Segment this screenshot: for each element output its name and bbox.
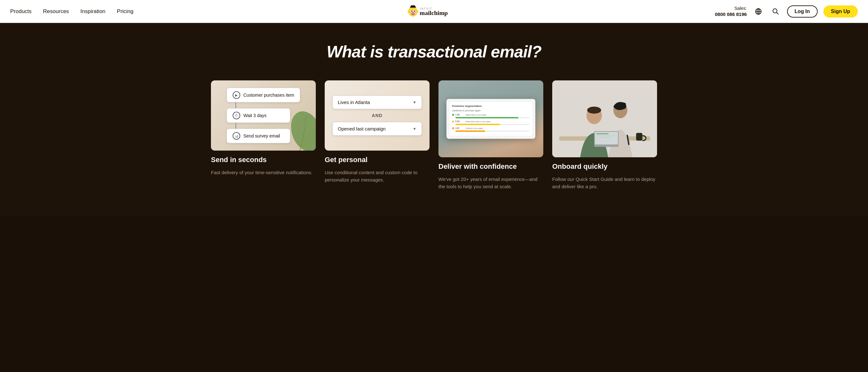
bar-fill-3 — [455, 131, 485, 132]
dropdown-1-label: Lives in Atlanta — [338, 99, 370, 105]
laptop-chart-header: Predictive Segmentation — [452, 105, 530, 108]
search-icon[interactable] — [770, 6, 781, 17]
svg-point-17 — [773, 9, 777, 13]
chart-row-3-label: 11K — [455, 127, 464, 129]
chart-row-1-label: 1.6K — [455, 114, 464, 116]
svg-rect-29 — [596, 137, 612, 138]
svg-point-7 — [414, 10, 415, 11]
nav-item-resources[interactable]: Resources — [43, 8, 69, 15]
clock-icon: ⏱ — [232, 112, 240, 119]
page-title: What is transactional email? — [15, 42, 853, 61]
bar-fill-2 — [455, 124, 500, 125]
card-title-1: Send in seconds — [211, 156, 316, 164]
card-desc-3: We've got 20+ years of email experience—… — [438, 176, 543, 190]
svg-point-19 — [285, 107, 316, 150]
laptop-screen: Predictive Segmentation Likelihood to pu… — [450, 102, 532, 136]
bar-bg-1 — [455, 117, 530, 118]
flow-step-1-label: Customer purchases item — [243, 92, 294, 97]
chart-row-3-desc: Unlikely to buy again — [466, 127, 530, 129]
svg-rect-31 — [636, 133, 642, 140]
nav-logo[interactable]: INTUIT mailchimp — [406, 4, 462, 19]
chart-row-2: 5.5K Moderately likely to buy again — [452, 120, 530, 123]
login-button[interactable]: Log In — [787, 5, 818, 18]
dot-yellow-icon — [452, 121, 454, 122]
card-desc-1: Fast delivery of your time-sensitive not… — [211, 169, 316, 176]
svg-line-18 — [777, 12, 778, 15]
card-send-seconds: ▶ Customer purchases item ⏱ Wait 3 days … — [211, 80, 316, 190]
svg-point-6 — [411, 10, 412, 11]
bar-fill-1 — [455, 117, 519, 118]
dot-orange-icon — [452, 127, 454, 129]
card-onboard-quickly: Onboard quickly Follow our Quick Start G… — [552, 80, 657, 190]
main-nav: Products Resources Inspiration Pricing — [0, 0, 868, 23]
card-desc-4: Follow our Quick Start Guide and learn t… — [552, 176, 657, 190]
flow-step-3-label: Send survey email — [243, 133, 280, 139]
svg-rect-27 — [596, 133, 608, 134]
nav-item-inspiration[interactable]: Inspiration — [80, 8, 105, 15]
card-title-3: Deliver with confidence — [438, 162, 543, 171]
svg-point-8 — [412, 11, 414, 13]
dropdown-lives-in-atlanta[interactable]: Lives in Atlanta ▼ — [332, 95, 422, 109]
svg-rect-28 — [596, 135, 615, 136]
chart-row-3: 11K Unlikely to buy again — [452, 126, 530, 130]
nav-item-products[interactable]: Products — [10, 8, 32, 15]
dropdown-2-label: Opened last campaign — [338, 126, 385, 132]
card-image-4 — [552, 80, 657, 157]
nav-right: Sales: 0800 086 8196 Log In Sign Up — [715, 5, 858, 18]
nav-item-pricing[interactable]: Pricing — [117, 8, 133, 15]
card-get-personal: Lives in Atlanta ▼ AND Opened last campa… — [325, 80, 430, 190]
play-icon: ▶ — [232, 91, 240, 99]
chevron-down-icon-1: ▼ — [413, 100, 416, 105]
chart-row-2-label: 5.5K — [455, 120, 464, 122]
bar-bg-2 — [455, 124, 530, 125]
flow-connector-2 — [236, 123, 236, 128]
language-icon[interactable] — [753, 6, 764, 17]
laptop-mockup: Predictive Segmentation Likelihood to pu… — [446, 99, 536, 139]
chart-row-1-desc: Highly likely to buy again — [466, 114, 530, 116]
sales-info: Sales: 0800 086 8196 — [715, 5, 747, 18]
svg-text:mailchimp: mailchimp — [420, 9, 448, 16]
chart-row-2-desc: Moderately likely to buy again — [466, 121, 530, 122]
feature-cards: ▶ Customer purchases item ⏱ Wait 3 days … — [211, 80, 657, 190]
and-separator: AND — [372, 113, 382, 118]
survey-icon: 📊 — [232, 132, 240, 140]
flow-step-2-label: Wait 3 days — [243, 113, 267, 118]
card-image-3: Predictive Segmentation Likelihood to pu… — [438, 80, 543, 157]
card-image-2: Lives in Atlanta ▼ AND Opened last campa… — [325, 80, 430, 150]
bar-bg-3 — [455, 131, 530, 132]
card-title-2: Get personal — [325, 156, 430, 164]
nav-left: Products Resources Inspiration Pricing — [10, 8, 133, 15]
svg-rect-10 — [411, 5, 415, 7]
card-deliver-confidence: Predictive Segmentation Likelihood to pu… — [438, 80, 543, 190]
dot-green-icon — [452, 114, 454, 116]
chart-label: Likelihood to purchase again — [452, 109, 530, 112]
svg-point-23 — [587, 107, 601, 114]
sales-label: Sales: — [715, 5, 747, 11]
flow-step-1: ▶ Customer purchases item — [226, 88, 301, 103]
main-content: What is transactional email? ▶ Customer … — [0, 23, 868, 216]
dropdown-opened-campaign[interactable]: Opened last campaign ▼ — [332, 122, 422, 136]
card-image-1: ▶ Customer purchases item ⏱ Wait 3 days … — [211, 80, 316, 150]
chevron-down-icon-2: ▼ — [413, 127, 416, 131]
flow-connector-1 — [236, 103, 236, 108]
people-illustration — [552, 80, 657, 157]
chart-row-1: 1.6K Highly likely to buy again — [452, 113, 530, 116]
signup-button[interactable]: Sign Up — [824, 5, 858, 18]
card-title-4: Onboard quickly — [552, 162, 657, 171]
sales-number: 0800 086 8196 — [715, 11, 747, 18]
card-desc-2: Use conditional content and custom code … — [325, 169, 430, 183]
